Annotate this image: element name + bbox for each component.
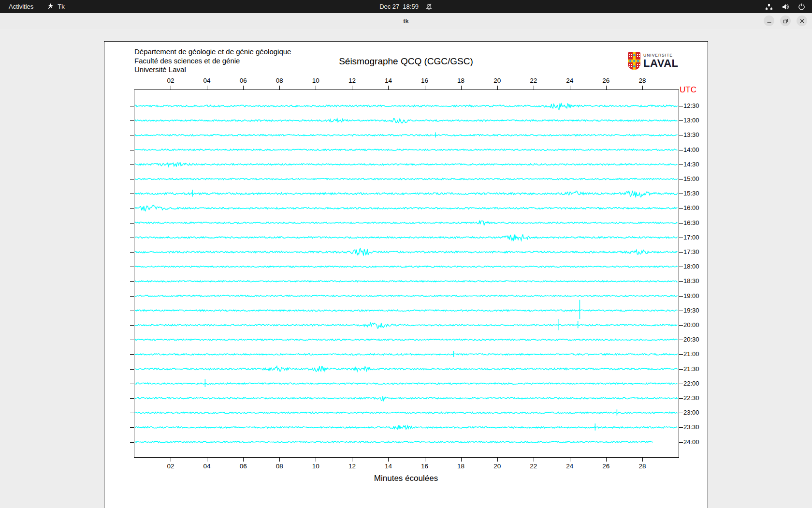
trace-22:30 [135, 396, 678, 401]
y-tick-right [679, 179, 683, 179]
y-tick-left [130, 427, 134, 428]
y-tick-left [130, 281, 134, 282]
y-tick-right [679, 208, 683, 209]
trace-19:00 [135, 295, 678, 297]
window-body: Département de géologie et de génie géol… [0, 29, 812, 508]
clock[interactable]: Dec 27 18:59 [379, 3, 419, 10]
y-tick-right [679, 238, 683, 238]
utc-time-label: 13:30 [683, 131, 699, 139]
y-tick-right [679, 398, 683, 399]
trace-15:30 [135, 191, 678, 197]
y-tick-right [679, 427, 683, 428]
utc-time-label: 15:30 [683, 190, 699, 197]
y-tick-right [679, 354, 683, 355]
y-tick-right [679, 135, 683, 135]
trace-14:30 [135, 163, 678, 166]
utc-time-label: 21:30 [683, 365, 699, 373]
x-tick-label-top: 28 [633, 77, 652, 84]
y-tick-right [679, 296, 683, 297]
utc-time-label: 23:30 [683, 423, 699, 431]
y-tick-left [130, 267, 134, 267]
app-menu-label: Tk [58, 3, 64, 10]
x-tick-top [461, 86, 462, 90]
x-tick-bottom [316, 457, 316, 462]
utc-time-label: 24:00 [683, 438, 699, 446]
y-tick-left [130, 354, 134, 355]
x-tick-label-top: 08 [270, 77, 289, 84]
y-tick-right [679, 442, 683, 443]
x-tick-label-bottom: 24 [560, 463, 580, 470]
bell-slash-icon [425, 3, 433, 10]
close-button[interactable] [797, 15, 807, 26]
x-tick-label-top: 24 [560, 77, 580, 84]
activities-button[interactable]: Activities [9, 3, 33, 10]
minimize-button[interactable] [764, 15, 774, 26]
x-tick-bottom [243, 457, 244, 462]
clock-time: 18:59 [403, 3, 419, 10]
utc-time-label: 15:00 [683, 175, 699, 183]
utc-time-label: 16:00 [683, 204, 699, 212]
x-tick-label-bottom: 02 [161, 463, 180, 470]
x-tick-bottom [388, 457, 389, 462]
x-tick-bottom [461, 457, 462, 462]
x-tick-top [534, 86, 534, 90]
trace-22:00 [135, 383, 678, 384]
x-tick-top [207, 86, 207, 90]
x-tick-top [497, 86, 498, 90]
y-tick-right [679, 194, 683, 194]
laval-logo: UNIVERSITÉ LAVAL [628, 52, 679, 70]
y-tick-right [679, 120, 683, 121]
trace-17:30 [135, 248, 678, 255]
logo-universite-text: UNIVERSITÉ [643, 53, 679, 58]
y-tick-left [130, 179, 134, 179]
app-menu[interactable]: Tk [47, 3, 64, 10]
y-tick-left [130, 252, 134, 253]
x-tick-bottom [207, 457, 207, 462]
utc-time-label: 14:00 [683, 146, 699, 154]
y-tick-left [130, 325, 134, 326]
trace-18:00 [135, 266, 678, 268]
tk-icon [47, 3, 54, 10]
trace-21:00 [135, 354, 678, 355]
utc-time-label: 12:30 [683, 102, 699, 110]
x-tick-top [316, 86, 316, 90]
x-tick-bottom [279, 457, 280, 462]
clock-date: Dec 27 [379, 3, 399, 10]
x-tick-bottom [497, 457, 498, 462]
x-tick-top [606, 86, 607, 90]
y-tick-right [679, 106, 683, 106]
y-tick-right [679, 267, 683, 267]
window-title: tk [0, 13, 812, 29]
x-tick-label-top: 04 [197, 77, 217, 84]
x-tick-bottom [570, 457, 570, 462]
trace-23:00 [135, 412, 678, 414]
maximize-button[interactable] [780, 15, 791, 26]
y-tick-left [130, 208, 134, 209]
x-tick-bottom [534, 457, 534, 462]
utc-time-label: 19:00 [683, 292, 699, 300]
utc-time-label: 21:00 [683, 350, 699, 358]
trace-18:30 [135, 281, 678, 282]
y-tick-left [130, 164, 134, 165]
y-tick-left [130, 413, 134, 413]
power-icon [798, 3, 805, 10]
page-title: Séismographe QCQ (CGC/GSC) [104, 56, 708, 67]
window-titlebar[interactable]: tk [0, 13, 812, 30]
x-tick-label-top: 18 [451, 77, 471, 84]
trace-20:30 [135, 339, 678, 341]
volume-icon [782, 3, 789, 11]
y-tick-left [130, 369, 134, 370]
system-status-area[interactable] [765, 3, 805, 11]
x-tick-bottom [425, 457, 425, 462]
trace-16:30 [135, 221, 678, 225]
x-tick-bottom [171, 457, 171, 462]
utc-time-label: 20:30 [683, 336, 699, 344]
trace-20:00 [135, 323, 678, 329]
utc-time-label: 18:00 [683, 263, 699, 270]
x-tick-label-bottom: 14 [378, 463, 398, 470]
y-tick-left [130, 442, 134, 443]
helicorder-plot: 0202040406060808101012121414161618182020… [134, 90, 679, 458]
trace-15:00 [135, 179, 678, 180]
utc-time-label: 18:30 [683, 277, 699, 285]
x-tick-label-top: 22 [524, 77, 543, 84]
